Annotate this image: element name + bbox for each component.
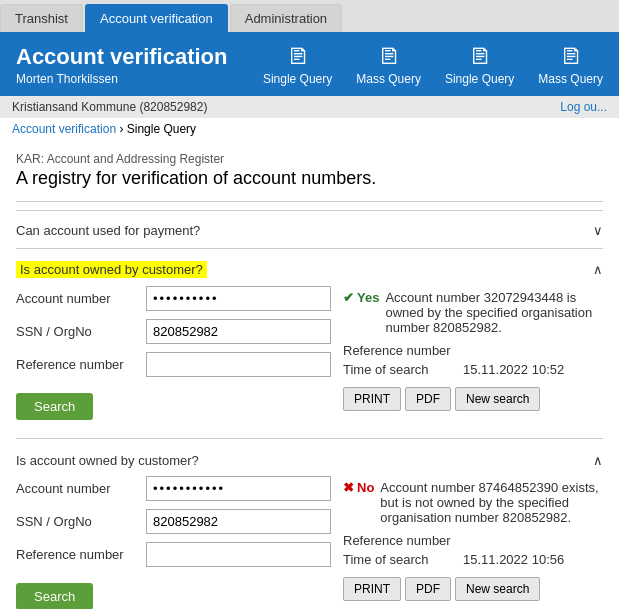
ssn-label-1: SSN / OrgNo xyxy=(16,324,146,339)
section1-form: Account number SSN / OrgNo Reference num… xyxy=(16,286,331,420)
header-title: Account verification xyxy=(16,44,263,70)
result-badge-2: ✖ No xyxy=(343,480,374,495)
breadcrumb-bar: Kristiansand Kommune (820852982) Log ou.… xyxy=(0,96,619,118)
breadcrumb-account-verification-link[interactable]: Account verification xyxy=(12,122,116,136)
mass-query-2-button[interactable]: 🖹 Mass Query xyxy=(538,44,603,86)
page-title: A registry for verification of account n… xyxy=(16,168,603,189)
ref-label-1: Reference number xyxy=(16,357,146,372)
breadcrumb-current: Single Query xyxy=(127,122,196,136)
ssn-row-2: SSN / OrgNo xyxy=(16,509,331,534)
owned-label-2: Is account owned by customer? xyxy=(16,453,199,468)
result-time-row-1: Time of search 15.11.2022 10:52 xyxy=(343,362,603,377)
check-icon-1: ✔ xyxy=(343,290,354,305)
result-ref-row-1: Reference number xyxy=(343,343,603,358)
single-query-1-label: Single Query xyxy=(263,72,332,86)
result-ref-label-2: Reference number xyxy=(343,533,463,548)
section1-content: Account number SSN / OrgNo Reference num… xyxy=(16,286,603,420)
owned-section-2: Is account owned by customer? ∧ Account … xyxy=(16,447,603,609)
result-time-label-1: Time of search xyxy=(343,362,463,377)
result-status-2: ✖ No Account number 87464852390 exists, … xyxy=(343,480,603,525)
result-status-text-2: No xyxy=(357,480,374,495)
account-number-row-1: Account number xyxy=(16,286,331,311)
result-ref-label-1: Reference number xyxy=(343,343,463,358)
account-number-input-2[interactable] xyxy=(146,476,331,501)
ssn-input-2[interactable] xyxy=(146,509,331,534)
pdf-button-1[interactable]: PDF xyxy=(405,387,451,411)
can-pay-toggle[interactable]: Can account used for payment? ∨ xyxy=(16,217,603,242)
action-buttons-1: PRINT PDF New search xyxy=(343,387,603,411)
section1-result: ✔ Yes Account number 32072943448 is owne… xyxy=(343,286,603,420)
result-badge-1: ✔ Yes xyxy=(343,290,379,305)
account-number-input-1[interactable] xyxy=(146,286,331,311)
section2-content: Account number SSN / OrgNo Reference num… xyxy=(16,476,603,609)
tab-bar: Transhist Account verification Administr… xyxy=(0,0,619,34)
header-actions: 🖹 Single Query 🖹 Mass Query 🖹 Single Que… xyxy=(263,44,603,86)
owned-section-1: Is account owned by customer? ∧ Account … xyxy=(16,255,603,420)
account-number-row-2: Account number xyxy=(16,476,331,501)
result-status-1: ✔ Yes Account number 32072943448 is owne… xyxy=(343,290,603,335)
owned-chevron-2: ∧ xyxy=(593,453,603,468)
single-query-2-button[interactable]: 🖹 Single Query xyxy=(445,44,514,86)
ssn-label-2: SSN / OrgNo xyxy=(16,514,146,529)
new-search-button-1[interactable]: New search xyxy=(455,387,540,411)
single-query-2-icon: 🖹 xyxy=(469,44,491,70)
ref-input-2[interactable] xyxy=(146,542,331,567)
logout-link[interactable]: Log ou... xyxy=(560,100,607,114)
ref-row-1: Reference number xyxy=(16,352,331,377)
tab-transhist[interactable]: Transhist xyxy=(0,4,83,32)
single-query-1-button[interactable]: 🖹 Single Query xyxy=(263,44,332,86)
print-button-1[interactable]: PRINT xyxy=(343,387,401,411)
can-pay-label: Can account used for payment? xyxy=(16,223,200,238)
mass-query-1-button[interactable]: 🖹 Mass Query xyxy=(356,44,421,86)
x-icon-2: ✖ xyxy=(343,480,354,495)
mass-query-2-icon: 🖹 xyxy=(560,44,582,70)
owned-toggle-2[interactable]: Is account owned by customer? ∧ xyxy=(16,447,603,472)
page-subtitle: KAR: Account and Addressing Register xyxy=(16,152,603,166)
can-pay-chevron: ∨ xyxy=(593,223,603,238)
app-header: Account verification Morten Thorkilssen … xyxy=(0,34,619,96)
result-time-row-2: Time of search 15.11.2022 10:56 xyxy=(343,552,603,567)
section2-result: ✖ No Account number 87464852390 exists, … xyxy=(343,476,603,609)
result-time-value-1: 15.11.2022 10:52 xyxy=(463,362,564,377)
result-detail-2: Account number 87464852390 exists, but i… xyxy=(380,480,603,525)
ssn-input-1[interactable] xyxy=(146,319,331,344)
tab-account-verification[interactable]: Account verification xyxy=(85,4,228,32)
action-buttons-2: PRINT PDF New search xyxy=(343,577,603,601)
result-time-value-2: 15.11.2022 10:56 xyxy=(463,552,564,567)
single-query-2-label: Single Query xyxy=(445,72,514,86)
mass-query-1-icon: 🖹 xyxy=(378,44,400,70)
pdf-button-2[interactable]: PDF xyxy=(405,577,451,601)
owned-chevron-1: ∧ xyxy=(593,262,603,277)
result-time-label-2: Time of search xyxy=(343,552,463,567)
ref-label-2: Reference number xyxy=(16,547,146,562)
mass-query-2-label: Mass Query xyxy=(538,72,603,86)
account-number-label-1: Account number xyxy=(16,291,146,306)
ref-input-1[interactable] xyxy=(146,352,331,377)
search-button-1[interactable]: Search xyxy=(16,393,93,420)
account-number-label-2: Account number xyxy=(16,481,146,496)
ref-row-2: Reference number xyxy=(16,542,331,567)
main-content: KAR: Account and Addressing Register A r… xyxy=(0,140,619,609)
result-ref-row-2: Reference number xyxy=(343,533,603,548)
org-name: Kristiansand Kommune (820852982) xyxy=(12,100,207,114)
can-pay-section: Can account used for payment? ∨ xyxy=(16,210,603,249)
header-title-block: Account verification Morten Thorkilssen xyxy=(16,44,263,86)
section2-form: Account number SSN / OrgNo Reference num… xyxy=(16,476,331,609)
single-query-1-icon: 🖹 xyxy=(287,44,309,70)
result-detail-1: Account number 32072943448 is owned by t… xyxy=(385,290,603,335)
new-search-button-2[interactable]: New search xyxy=(455,577,540,601)
header-user: Morten Thorkilssen xyxy=(16,72,263,86)
tab-administration[interactable]: Administration xyxy=(230,4,342,32)
breadcrumb-nav: Account verification › Single Query xyxy=(0,118,619,140)
result-status-text-1: Yes xyxy=(357,290,379,305)
owned-label-1: Is account owned by customer? xyxy=(16,261,207,278)
print-button-2[interactable]: PRINT xyxy=(343,577,401,601)
mass-query-1-label: Mass Query xyxy=(356,72,421,86)
search-button-2[interactable]: Search xyxy=(16,583,93,609)
owned-toggle-1[interactable]: Is account owned by customer? ∧ xyxy=(16,255,603,282)
ssn-row-1: SSN / OrgNo xyxy=(16,319,331,344)
